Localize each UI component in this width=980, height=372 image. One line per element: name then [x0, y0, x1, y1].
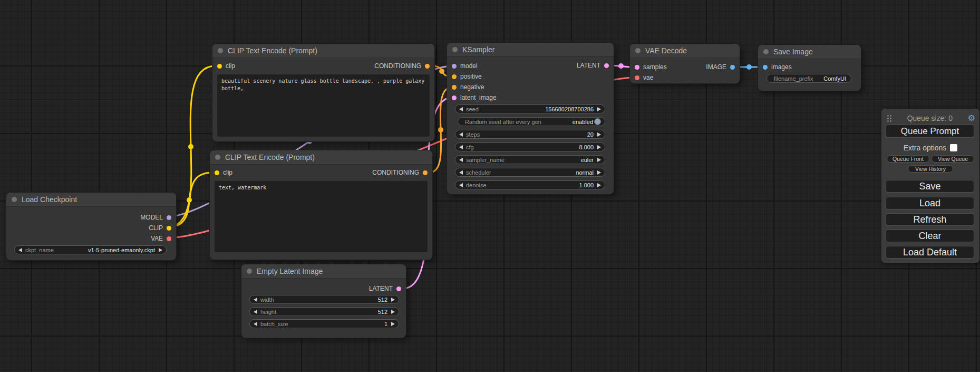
output-slot-clip[interactable]: CLIP — [149, 223, 171, 233]
node-ksampler[interactable]: KSampler model positive negative latent_… — [447, 43, 614, 194]
output-slot-latent[interactable]: LATENT — [577, 60, 609, 71]
model-slot-icon[interactable] — [167, 215, 171, 220]
output-slot-image[interactable]: IMAGE — [706, 62, 735, 72]
conditioning-slot-icon[interactable] — [452, 74, 457, 79]
node-clip-text-encode-negative[interactable]: CLIP Text Encode (Prompt) clip CONDITION… — [210, 150, 432, 260]
node-title-bar[interactable]: KSampler — [447, 43, 614, 57]
image-slot-icon[interactable] — [763, 65, 768, 70]
filename-prefix-widget[interactable]: filename_prefix ComfyUI — [766, 74, 851, 83]
graph-canvas[interactable]: Load Checkpoint MODEL CLIP VAE ckpt_name… — [0, 0, 980, 372]
increment-arrow-icon[interactable] — [391, 322, 395, 326]
node-title-bar[interactable]: CLIP Text Encode (Prompt) — [212, 44, 434, 58]
input-slot-model[interactable]: model — [452, 61, 478, 71]
extra-options-checkbox[interactable] — [950, 144, 957, 151]
height-widget[interactable]: height 512 — [249, 307, 399, 316]
input-slot-vae[interactable]: vae — [635, 72, 653, 83]
collapse-dot-icon[interactable] — [247, 269, 252, 274]
queue-front-button[interactable]: Queue Front — [887, 155, 929, 163]
clip-slot-icon[interactable] — [217, 64, 222, 69]
conditioning-slot-icon[interactable] — [425, 64, 430, 69]
output-slot-latent[interactable]: LATENT — [369, 283, 401, 294]
load-default-button[interactable]: Load Default — [886, 246, 974, 259]
scheduler-widget[interactable]: scheduler normal — [455, 168, 605, 177]
model-slot-icon[interactable] — [452, 64, 457, 69]
collapse-dot-icon[interactable] — [12, 197, 17, 202]
input-slot-samples[interactable]: samples — [635, 62, 667, 72]
collapse-dot-icon[interactable] — [763, 49, 769, 54]
vae-slot-icon[interactable] — [167, 236, 171, 241]
view-history-button[interactable]: View History — [908, 165, 953, 173]
input-slot-positive[interactable]: positive — [452, 71, 482, 82]
decrement-arrow-icon[interactable] — [459, 132, 463, 137]
collapse-dot-icon[interactable] — [452, 47, 458, 52]
increment-arrow-icon[interactable] — [391, 310, 395, 314]
input-slot-images[interactable]: images — [763, 62, 792, 72]
denoise-widget[interactable]: denoise 1.000 — [455, 180, 605, 189]
view-queue-button[interactable]: View Queue — [932, 155, 974, 163]
steps-widget[interactable]: steps 20 — [455, 130, 605, 139]
collapse-dot-icon[interactable] — [635, 48, 641, 53]
toggle-icon[interactable] — [594, 118, 601, 125]
output-slot-vae[interactable]: VAE — [151, 233, 171, 244]
input-slot-clip[interactable]: clip — [217, 61, 235, 71]
increment-arrow-icon[interactable] — [597, 183, 601, 187]
increment-arrow-icon[interactable] — [391, 298, 395, 302]
increment-arrow-icon[interactable] — [597, 107, 601, 111]
queue-prompt-button[interactable]: Queue Prompt — [886, 125, 974, 138]
node-title-bar[interactable]: VAE Decode — [630, 44, 740, 58]
batch-size-widget[interactable]: batch_size 1 — [249, 319, 399, 328]
node-empty-latent-image[interactable]: Empty Latent Image LATENT width 512 heig… — [241, 264, 406, 338]
node-clip-text-encode-positive[interactable]: CLIP Text Encode (Prompt) clip CONDITION… — [212, 44, 434, 141]
increment-arrow-icon[interactable] — [597, 170, 601, 175]
image-slot-icon[interactable] — [730, 65, 735, 70]
decrement-arrow-icon[interactable] — [459, 107, 463, 111]
input-slot-latent-image[interactable]: latent_image — [452, 92, 497, 103]
save-button[interactable]: Save — [886, 180, 974, 193]
increment-arrow-icon[interactable] — [597, 145, 601, 149]
latent-slot-icon[interactable] — [635, 65, 639, 70]
width-widget[interactable]: width 512 — [249, 295, 399, 304]
latent-slot-icon[interactable] — [396, 287, 401, 291]
collapse-dot-icon[interactable] — [215, 155, 220, 160]
decrement-arrow-icon[interactable] — [459, 183, 463, 187]
decrement-arrow-icon[interactable] — [459, 158, 463, 162]
node-title-bar[interactable]: Save Image — [758, 45, 861, 59]
node-save-image[interactable]: Save Image images filename_prefix ComfyU… — [758, 45, 861, 91]
node-load-checkpoint[interactable]: Load Checkpoint MODEL CLIP VAE ckpt_name… — [6, 193, 176, 260]
clip-slot-icon[interactable] — [215, 170, 219, 175]
output-slot-model[interactable]: MODEL — [140, 212, 171, 223]
input-slot-clip[interactable]: clip — [215, 167, 232, 178]
drag-handle-icon[interactable] — [887, 115, 892, 122]
conditioning-slot-icon[interactable] — [452, 85, 457, 90]
decrement-arrow-icon[interactable] — [254, 322, 257, 326]
node-title-bar[interactable]: Empty Latent Image — [241, 264, 406, 279]
seed-widget[interactable]: seed 156680208700286 — [455, 104, 605, 113]
decrement-arrow-icon[interactable] — [254, 298, 257, 302]
conditioning-slot-icon[interactable] — [423, 170, 428, 175]
increment-arrow-icon[interactable] — [597, 132, 601, 137]
node-title-bar[interactable]: Load Checkpoint — [6, 193, 176, 207]
node-title-bar[interactable]: CLIP Text Encode (Prompt) — [210, 150, 432, 165]
clip-slot-icon[interactable] — [167, 226, 171, 231]
load-button[interactable]: Load — [886, 197, 974, 209]
random-seed-widget[interactable]: Random seed after every gen enabled — [458, 117, 605, 126]
decrement-arrow-icon[interactable] — [254, 310, 257, 314]
decrement-arrow-icon[interactable] — [18, 248, 22, 252]
increment-arrow-icon[interactable] — [159, 248, 162, 252]
latent-slot-icon[interactable] — [604, 63, 609, 68]
collapse-dot-icon[interactable] — [218, 48, 223, 53]
vae-slot-icon[interactable] — [635, 75, 639, 80]
refresh-button[interactable]: Refresh — [886, 213, 974, 226]
input-slot-negative[interactable]: negative — [452, 82, 484, 92]
decrement-arrow-icon[interactable] — [459, 145, 463, 149]
clear-button[interactable]: Clear — [886, 230, 974, 242]
queue-panel[interactable]: Queue size: 0 ⚙ Queue Prompt Extra optio… — [881, 109, 979, 263]
prompt-textarea[interactable]: text, watermark — [215, 181, 428, 252]
latent-slot-icon[interactable] — [452, 96, 457, 100]
decrement-arrow-icon[interactable] — [459, 170, 463, 175]
ckpt-name-widget[interactable]: ckpt_name v1-5-pruned-emaonly.ckpt — [14, 245, 167, 254]
output-slot-conditioning[interactable]: CONDITIONING — [374, 61, 430, 71]
settings-gear-icon[interactable]: ⚙ — [968, 114, 975, 122]
sampler-name-widget[interactable]: sampler_name euler — [455, 155, 605, 164]
prompt-textarea[interactable]: beautiful scenery nature glass bottle la… — [217, 74, 430, 137]
